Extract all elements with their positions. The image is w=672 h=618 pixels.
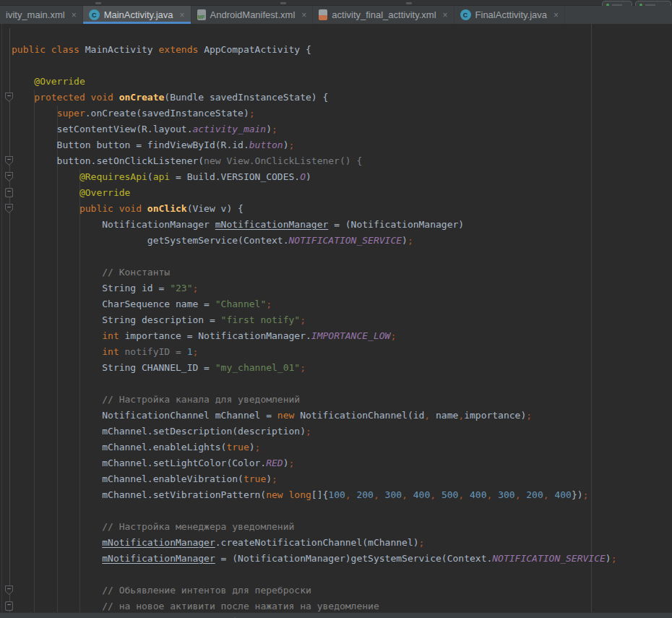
code-token	[12, 171, 79, 182]
code-token: @Override	[34, 76, 85, 87]
code-line[interactable]: // Настройка менеджера уведомлений	[12, 519, 617, 535]
code-line[interactable]: mChannel.setDescription(description);	[12, 424, 617, 439]
editor-tab[interactable]: CFinalActtivity.java×	[455, 6, 565, 24]
fold-marker-icon[interactable]: −	[5, 188, 13, 197]
code-line[interactable]: NotificationManager mNotificationManager…	[12, 217, 617, 233]
code-token: String id =	[12, 283, 170, 293]
code-token: .onCreate(savedInstanceState)	[85, 108, 249, 119]
code-line[interactable]: String description = "first notify";	[12, 312, 617, 328]
code-line[interactable]: mNotificationManager = (NotificationMana…	[12, 551, 617, 567]
code-token: 400	[413, 489, 430, 500]
tab-label: ivity_main.xml	[6, 9, 65, 20]
tab-label: AndroidManifest.xml	[210, 9, 296, 20]
fold-marker-icon[interactable]: −	[5, 172, 13, 181]
code-line[interactable]: mChannel.setLightColor(Color.RED);	[12, 455, 617, 471]
code-token: = (NotificationManager)getSystemService(…	[215, 553, 493, 564]
code-line[interactable]: mChannel.setVibrationPattern(new long[]{…	[12, 487, 617, 503]
code-line[interactable]: public void onClick(View v) {	[12, 201, 617, 217]
code-token: ;	[306, 426, 311, 437]
code-token	[12, 521, 102, 532]
code-token: (	[147, 171, 153, 182]
code-line[interactable]: @RequiresApi(api = Build.VERSION_CODES.O…	[12, 169, 617, 185]
close-tab-icon[interactable]: ×	[443, 10, 448, 20]
code-token: // на новое активити после нажатия на ув…	[102, 601, 379, 611]
fold-marker-icon[interactable]: −	[5, 93, 13, 102]
fold-marker-icon[interactable]: −	[5, 204, 13, 213]
code-token: NotificationChannel(id	[294, 410, 424, 421]
code-line[interactable]	[12, 249, 617, 265]
code-line[interactable]: protected void onCreate(Bundle savedInst…	[12, 90, 617, 106]
code-token	[12, 394, 102, 405]
code-line[interactable]: mNotificationManager.createNotificationC…	[12, 535, 617, 551]
code-line[interactable]: mChannel.enableLights(true);	[12, 439, 617, 455]
close-tab-icon[interactable]: ×	[301, 10, 306, 20]
code-line[interactable]: public class MainActivity extends AppCom…	[12, 42, 617, 58]
editor-tab[interactable]: activity_final_acttivity.xml×	[313, 6, 454, 24]
close-tab-icon[interactable]: ×	[553, 10, 559, 20]
editor-tab[interactable]: ivity_main.xml×	[0, 6, 83, 24]
code-token: mChannel.enableVibration(	[12, 473, 244, 484]
code-line[interactable]: @Override	[12, 185, 617, 201]
code-token: )	[306, 171, 311, 182]
code-editor: public class MainActivity extends AppCom…	[0, 24, 672, 612]
code-line[interactable]: setContentView(R.layout.activity_main);	[12, 121, 617, 137]
code-token: 400	[554, 489, 571, 500]
code-line[interactable]: mChannel.enableVibration(true);	[12, 471, 617, 487]
code-line[interactable]: String CHANNEL_ID = "my_channel_01";	[12, 360, 617, 376]
code-token: ;	[408, 235, 413, 246]
code-token: (View v) {	[187, 203, 244, 214]
editor-tab[interactable]: CMainActivity.java×	[83, 6, 191, 24]
code-line[interactable]: // Константы	[12, 265, 617, 280]
code-token: button	[249, 140, 283, 150]
code-line[interactable]: int notifyID = 1;	[12, 344, 617, 360]
code-token: ;	[419, 537, 425, 548]
code-line[interactable]: NotificationChannel mChannel = new Notif…	[12, 408, 617, 424]
fold-scope-line	[9, 28, 10, 612]
code-token: api	[153, 171, 170, 182]
code-token: O	[300, 171, 306, 182]
code-line[interactable]: // Настройка канала для уведомлений	[12, 392, 617, 408]
code-token	[12, 585, 102, 596]
code-line[interactable]: CharSequence name = "Channel";	[12, 296, 617, 312]
code-token: NOTIFICATION_SERVICE	[492, 553, 606, 564]
bottom-tool-window-bar: TODOProblemsTerminalLogcatBuildProfilerA…	[0, 612, 672, 618]
close-tab-icon[interactable]: ×	[72, 10, 77, 20]
code-token	[12, 537, 102, 548]
code-token: super	[57, 108, 85, 119]
code-line[interactable]: button.setOnClickListener(new View.OnCli…	[12, 153, 617, 169]
code-line[interactable]: @Override	[12, 74, 617, 90]
editor-tab[interactable]: MFAndroidManifest.xml×	[191, 6, 314, 24]
fold-marker-icon[interactable]: −	[5, 601, 13, 611]
code-line[interactable]: getSystemService(Context.NOTIFICATION_SE…	[12, 233, 617, 249]
code-line[interactable]	[12, 58, 617, 74]
code-token: (Bundle savedInstanceState) {	[164, 92, 328, 103]
layout-xml-file-icon	[319, 9, 327, 20]
code-token: NotificationManager	[12, 219, 215, 230]
fold-marker-icon[interactable]: −	[5, 585, 13, 595]
fold-marker-icon[interactable]: −	[5, 156, 13, 166]
code-token: "23"	[170, 283, 192, 293]
code-token: mNotificationManager	[215, 219, 329, 230]
code-line[interactable]	[12, 567, 617, 583]
code-line[interactable]: String id = "23";	[12, 280, 617, 296]
close-tab-icon[interactable]: ×	[179, 10, 184, 20]
code-token: "Channel"	[215, 299, 266, 309]
code-line[interactable]	[12, 503, 617, 519]
code-token: ;	[255, 442, 261, 452]
code-line[interactable]: super.onCreate(savedInstanceState);	[12, 106, 617, 121]
code-token: ;	[526, 410, 532, 421]
code-token: )	[266, 473, 272, 484]
code-token: // Настройка канала для уведомлений	[102, 394, 300, 405]
code-token: ,	[543, 489, 549, 500]
code-line[interactable]: // Обьявление интентов для переброски	[12, 583, 617, 598]
code-token: 100	[328, 489, 345, 500]
code-line[interactable]: int importance = NotificationManager.IMP…	[12, 328, 617, 344]
code-token: @RequiresApi	[79, 171, 147, 182]
code-token: ,	[374, 489, 379, 500]
code-token: true	[244, 473, 266, 484]
code-line[interactable]	[12, 376, 617, 392]
code-token: )	[606, 553, 611, 564]
code-line[interactable]: Button button = findViewById(R.id.button…	[12, 137, 617, 153]
code-line[interactable]: // на новое активити после нажатия на ув…	[12, 598, 617, 612]
code-token: mNotificationManager	[102, 537, 215, 548]
